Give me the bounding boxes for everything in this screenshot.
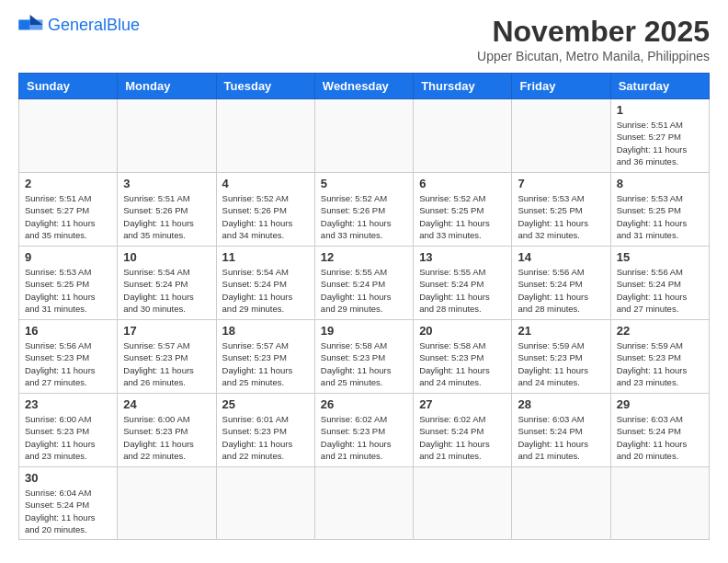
day-number: 28 <box>518 397 604 411</box>
day-info: Sunrise: 5:56 AM Sunset: 5:24 PM Dayligh… <box>617 266 703 315</box>
calendar-cell: 14Sunrise: 5:56 AM Sunset: 5:24 PM Dayli… <box>512 247 610 320</box>
day-number: 26 <box>321 397 407 411</box>
day-number: 27 <box>419 397 506 411</box>
calendar-cell: 8Sunrise: 5:53 AM Sunset: 5:25 PM Daylig… <box>610 173 709 247</box>
calendar-cell <box>19 99 118 173</box>
day-info: Sunrise: 5:56 AM Sunset: 5:23 PM Dayligh… <box>25 339 111 388</box>
calendar-cell: 1Sunrise: 5:51 AM Sunset: 5:27 PM Daylig… <box>610 99 709 173</box>
day-number: 12 <box>321 250 407 264</box>
calendar-cell: 5Sunrise: 5:52 AM Sunset: 5:26 PM Daylig… <box>314 173 413 247</box>
day-info: Sunrise: 5:55 AM Sunset: 5:24 PM Dayligh… <box>419 266 506 315</box>
day-number: 4 <box>222 177 309 190</box>
day-number: 22 <box>617 324 703 338</box>
calendar-cell: 13Sunrise: 5:55 AM Sunset: 5:24 PM Dayli… <box>414 247 512 320</box>
calendar-cell <box>610 467 709 540</box>
calendar-cell: 2Sunrise: 5:51 AM Sunset: 5:27 PM Daylig… <box>19 173 118 247</box>
calendar-cell: 3Sunrise: 5:51 AM Sunset: 5:26 PM Daylig… <box>118 173 216 247</box>
calendar-cell: 18Sunrise: 5:57 AM Sunset: 5:23 PM Dayli… <box>216 320 314 394</box>
calendar-week-row: 1Sunrise: 5:51 AM Sunset: 5:27 PM Daylig… <box>19 99 710 173</box>
day-number: 9 <box>25 250 111 264</box>
calendar-cell: 21Sunrise: 5:59 AM Sunset: 5:23 PM Dayli… <box>512 320 610 394</box>
calendar-cell <box>414 99 512 173</box>
day-number: 7 <box>518 177 604 190</box>
weekday-header-thursday: Thursday <box>414 74 512 99</box>
day-info: Sunrise: 5:51 AM Sunset: 5:26 PM Dayligh… <box>123 192 210 241</box>
day-number: 20 <box>419 324 506 338</box>
calendar-cell: 27Sunrise: 6:02 AM Sunset: 5:24 PM Dayli… <box>414 394 512 467</box>
day-info: Sunrise: 5:54 AM Sunset: 5:24 PM Dayligh… <box>222 266 309 315</box>
day-info: Sunrise: 5:57 AM Sunset: 5:23 PM Dayligh… <box>222 339 309 388</box>
calendar-cell: 4Sunrise: 5:52 AM Sunset: 5:26 PM Daylig… <box>216 173 314 247</box>
calendar-cell: 17Sunrise: 5:57 AM Sunset: 5:23 PM Dayli… <box>118 320 216 394</box>
title-area: November 2025 Upper Bicutan, Metro Manil… <box>477 15 710 63</box>
day-number: 15 <box>617 250 703 264</box>
logo-general: General <box>48 16 107 34</box>
day-info: Sunrise: 5:55 AM Sunset: 5:24 PM Dayligh… <box>321 266 407 315</box>
day-number: 21 <box>518 324 604 338</box>
day-info: Sunrise: 6:01 AM Sunset: 5:23 PM Dayligh… <box>222 413 309 462</box>
day-number: 13 <box>419 250 506 264</box>
calendar-week-row: 2Sunrise: 5:51 AM Sunset: 5:27 PM Daylig… <box>19 173 710 247</box>
day-info: Sunrise: 5:53 AM Sunset: 5:25 PM Dayligh… <box>617 192 703 241</box>
day-number: 30 <box>25 471 111 485</box>
weekday-header-row: SundayMondayTuesdayWednesdayThursdayFrid… <box>19 74 710 99</box>
day-info: Sunrise: 5:59 AM Sunset: 5:23 PM Dayligh… <box>617 339 703 388</box>
day-number: 29 <box>617 397 703 411</box>
day-number: 17 <box>123 324 210 338</box>
day-info: Sunrise: 5:52 AM Sunset: 5:26 PM Dayligh… <box>321 192 407 241</box>
day-info: Sunrise: 5:58 AM Sunset: 5:23 PM Dayligh… <box>419 339 506 388</box>
calendar-cell: 28Sunrise: 6:03 AM Sunset: 5:24 PM Dayli… <box>512 394 610 467</box>
page-header: GeneralBlue November 2025 Upper Bicutan,… <box>18 15 710 63</box>
calendar-cell: 10Sunrise: 5:54 AM Sunset: 5:24 PM Dayli… <box>118 247 216 320</box>
day-info: Sunrise: 5:52 AM Sunset: 5:26 PM Dayligh… <box>222 192 309 241</box>
calendar-week-row: 9Sunrise: 5:53 AM Sunset: 5:25 PM Daylig… <box>19 247 710 320</box>
calendar-cell: 26Sunrise: 6:02 AM Sunset: 5:23 PM Dayli… <box>314 394 413 467</box>
calendar-cell <box>216 467 314 540</box>
day-number: 18 <box>222 324 309 338</box>
day-info: Sunrise: 5:56 AM Sunset: 5:24 PM Dayligh… <box>518 266 604 315</box>
calendar-cell <box>118 99 216 173</box>
day-info: Sunrise: 5:51 AM Sunset: 5:27 PM Dayligh… <box>617 119 703 167</box>
weekday-header-saturday: Saturday <box>610 74 709 99</box>
calendar-cell <box>414 467 512 540</box>
calendar-cell: 11Sunrise: 5:54 AM Sunset: 5:24 PM Dayli… <box>216 247 314 320</box>
day-info: Sunrise: 6:00 AM Sunset: 5:23 PM Dayligh… <box>25 413 111 462</box>
calendar-cell: 6Sunrise: 5:52 AM Sunset: 5:25 PM Daylig… <box>414 173 512 247</box>
weekday-header-wednesday: Wednesday <box>314 74 413 99</box>
day-number: 10 <box>123 250 210 264</box>
day-info: Sunrise: 5:51 AM Sunset: 5:27 PM Dayligh… <box>25 192 111 241</box>
day-info: Sunrise: 5:57 AM Sunset: 5:23 PM Dayligh… <box>123 339 210 388</box>
day-info: Sunrise: 6:00 AM Sunset: 5:23 PM Dayligh… <box>123 413 210 462</box>
day-info: Sunrise: 5:53 AM Sunset: 5:25 PM Dayligh… <box>518 192 604 241</box>
day-info: Sunrise: 6:02 AM Sunset: 5:24 PM Dayligh… <box>419 413 506 462</box>
weekday-header-monday: Monday <box>118 74 216 99</box>
calendar-cell <box>314 99 413 173</box>
logo-icon <box>18 15 44 35</box>
logo-blue: Blue <box>107 16 140 34</box>
calendar-week-row: 23Sunrise: 6:00 AM Sunset: 5:23 PM Dayli… <box>19 394 710 467</box>
day-number: 11 <box>222 250 309 264</box>
calendar-cell: 29Sunrise: 6:03 AM Sunset: 5:24 PM Dayli… <box>610 394 709 467</box>
calendar-cell <box>216 99 314 173</box>
location-subtitle: Upper Bicutan, Metro Manila, Philippines <box>477 49 710 63</box>
day-number: 25 <box>222 397 309 411</box>
day-number: 6 <box>419 177 506 190</box>
calendar-cell: 24Sunrise: 6:00 AM Sunset: 5:23 PM Dayli… <box>118 394 216 467</box>
weekday-header-tuesday: Tuesday <box>216 74 314 99</box>
day-number: 1 <box>617 103 703 117</box>
calendar-cell: 9Sunrise: 5:53 AM Sunset: 5:25 PM Daylig… <box>19 247 118 320</box>
calendar-cell: 20Sunrise: 5:58 AM Sunset: 5:23 PM Dayli… <box>414 320 512 394</box>
calendar-cell <box>512 467 610 540</box>
calendar-table: SundayMondayTuesdayWednesdayThursdayFrid… <box>18 73 710 540</box>
calendar-cell <box>512 99 610 173</box>
day-number: 24 <box>123 397 210 411</box>
day-info: Sunrise: 5:58 AM Sunset: 5:23 PM Dayligh… <box>321 339 407 388</box>
calendar-cell: 30Sunrise: 6:04 AM Sunset: 5:24 PM Dayli… <box>19 467 118 540</box>
day-info: Sunrise: 5:52 AM Sunset: 5:25 PM Dayligh… <box>419 192 506 241</box>
calendar-cell: 22Sunrise: 5:59 AM Sunset: 5:23 PM Dayli… <box>610 320 709 394</box>
month-title: November 2025 <box>477 15 710 49</box>
weekday-header-sunday: Sunday <box>19 74 118 99</box>
day-number: 2 <box>25 177 111 190</box>
day-info: Sunrise: 5:53 AM Sunset: 5:25 PM Dayligh… <box>25 266 111 315</box>
calendar-cell: 19Sunrise: 5:58 AM Sunset: 5:23 PM Dayli… <box>314 320 413 394</box>
